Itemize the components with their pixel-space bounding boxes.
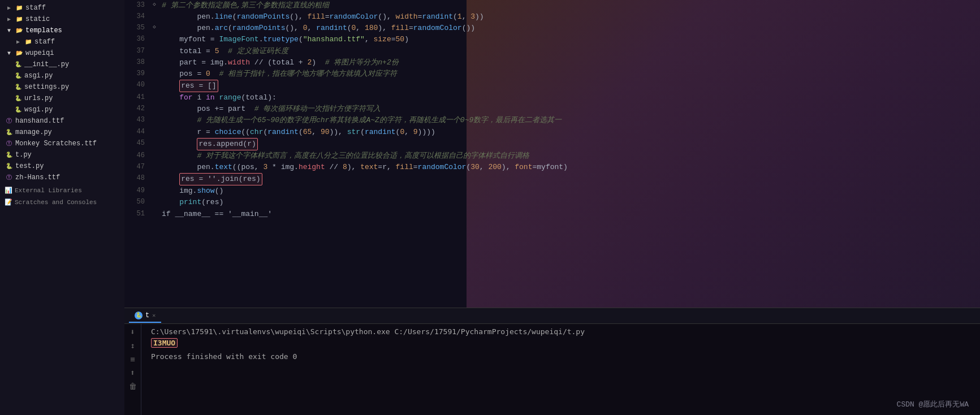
highlighted-code: res.append(r) bbox=[197, 138, 257, 150]
line-gutter bbox=[149, 34, 159, 45]
code-line-39: 39 pos = 0 # 相当于指针，指在哪个地方哪个地方就填入对应字符 bbox=[124, 68, 980, 80]
terminal-content[interactable]: ⬇ ↕ ≡ ⬆ 🗑 C:\Users\17591\.virtualenvs\wu… bbox=[124, 324, 980, 415]
terminal-panel: 🐍 t ✕ ⬇ ↕ ≡ ⬆ 🗑 C:\Users\17591\.virtuale… bbox=[124, 308, 980, 415]
code-token: ( bbox=[347, 24, 352, 32]
code-token: 1 bbox=[457, 12, 462, 21]
code-token: total = bbox=[162, 47, 215, 55]
sidebar-item-staff[interactable]: ▶ 📁 staff bbox=[0, 2, 124, 14]
code-token: =myfont) bbox=[532, 163, 567, 171]
code-token: ), bbox=[378, 24, 391, 32]
code-token: print bbox=[179, 198, 201, 206]
chevron-right-icon: ▶ bbox=[5, 3, 14, 12]
sidebar-item-t-py[interactable]: 🐍 t.py bbox=[0, 149, 124, 161]
code-token: ((pos, bbox=[232, 163, 264, 171]
sidebar-item-wsgi-py[interactable]: 🐍 wsgi.py bbox=[0, 104, 124, 115]
sidebar-scratches[interactable]: 📝 Scratches and Consoles bbox=[0, 195, 124, 207]
code-token: text bbox=[360, 163, 378, 171]
code-token: 8 bbox=[343, 163, 347, 171]
code-content: # 第二个参数指定颜色,第三个参数指定直线的粗细 bbox=[159, 0, 980, 11]
line-gutter: ◇ bbox=[149, 0, 159, 11]
sidebar-item-static[interactable]: ▶ 📁 static bbox=[0, 14, 124, 25]
line-number: 38 bbox=[124, 57, 149, 68]
line-gutter bbox=[149, 57, 159, 68]
sidebar-item-hanshand-ttf[interactable]: Ⓣ hanshand.ttf bbox=[0, 115, 124, 127]
line-number: 48 bbox=[124, 173, 149, 185]
code-scroll[interactable]: 33 ◇ # 第二个参数指定颜色,第三个参数指定直线的粗细 34 pen.lin… bbox=[124, 0, 980, 308]
code-token: (), bbox=[290, 12, 307, 21]
code-line-42: 42 pos += part # 每次循环移动一次指针方便字符写入 bbox=[124, 103, 980, 115]
python-file-icon: 🐍 bbox=[14, 105, 23, 114]
code-content: pen.line(randomPoints(), fill=randomColo… bbox=[159, 11, 980, 23]
code-token bbox=[162, 93, 179, 102]
sidebar-item-settings-py[interactable]: 🐍 settings.py bbox=[0, 81, 124, 93]
line-gutter bbox=[149, 127, 159, 138]
line-number: 33 bbox=[124, 0, 149, 11]
code-content: res = [] bbox=[159, 80, 980, 92]
sidebar-label: zh-Hans.ttf bbox=[15, 174, 60, 181]
code-token: ( bbox=[299, 35, 303, 44]
csdn-watermark: CSDN @愿此后再无WA bbox=[897, 399, 969, 409]
line-gutter bbox=[149, 80, 159, 92]
sidebar-item-staff-sub[interactable]: ▶ 📁 staff bbox=[0, 36, 124, 47]
code-token: 0 bbox=[206, 70, 210, 78]
code-token: = bbox=[409, 24, 413, 32]
code-content: pen.arc(randomPoints(), 0, randint(0, 18… bbox=[159, 23, 980, 34]
code-token: 30 bbox=[470, 163, 480, 171]
terminal-tab-t[interactable]: 🐍 t ✕ bbox=[129, 309, 161, 323]
python-file-icon: 🐍 bbox=[14, 60, 23, 69]
code-token: height bbox=[299, 163, 325, 171]
code-content: res.append(r) bbox=[159, 138, 980, 150]
sidebar-item-init-py[interactable]: 🐍 __init__.py bbox=[0, 59, 124, 70]
code-token: (total): bbox=[241, 93, 276, 102]
code-line-38: 38 part = img.width // (total + 2) # 将图片… bbox=[124, 57, 980, 68]
code-token: , bbox=[404, 128, 413, 136]
code-content: myfont = ImageFont.truetype("hanshand.tt… bbox=[159, 34, 980, 45]
code-token: 200 bbox=[488, 163, 501, 171]
code-content: if __name__ == '__main__' bbox=[159, 209, 980, 220]
code-token: line bbox=[215, 12, 232, 21]
line-number: 39 bbox=[124, 68, 149, 80]
code-token: img. bbox=[162, 187, 197, 195]
terminal-list-icon: ≡ bbox=[130, 355, 135, 364]
font-file-icon: Ⓣ bbox=[5, 139, 14, 148]
sidebar-external-libraries[interactable]: 📊 External Libraries bbox=[0, 183, 124, 195]
terminal-command: C:\Users\17591\.virtualenvs\wupeiqi\Scri… bbox=[151, 327, 585, 336]
terminal-tabs: 🐍 t ✕ bbox=[124, 308, 980, 324]
chevron-down-icon: ▼ bbox=[5, 26, 14, 35]
code-token: pos = bbox=[162, 70, 206, 78]
sidebar-item-templates[interactable]: ▼ 📂 templates bbox=[0, 25, 124, 36]
sidebar-item-monkey-ttf[interactable]: Ⓣ Monkey Scratches.ttf bbox=[0, 138, 124, 149]
code-token: fill bbox=[396, 163, 413, 171]
sidebar-item-zh-hans-ttf[interactable]: Ⓣ zh-Hans.ttf bbox=[0, 172, 124, 183]
line-number: 47 bbox=[124, 162, 149, 173]
code-line-37: 37 total = 5 # 定义验证码长度 bbox=[124, 46, 980, 57]
terminal-finish-text: Process finished with exit code 0 bbox=[151, 352, 297, 361]
line-number: 35 bbox=[124, 23, 149, 34]
code-token: pen. bbox=[162, 12, 215, 21]
terminal-output-line: I3MUO bbox=[151, 338, 973, 348]
code-token: randomPoints bbox=[232, 24, 286, 32]
sidebar-item-manage-py[interactable]: 🐍 manage.py bbox=[0, 127, 124, 138]
sidebar-item-wupeiqi[interactable]: ▼ 📂 wupeiqi bbox=[0, 47, 124, 59]
line-gutter bbox=[149, 185, 159, 197]
tab-close-button[interactable]: ✕ bbox=[152, 312, 156, 319]
code-token: (), bbox=[378, 12, 395, 21]
code-token: truetype bbox=[263, 35, 298, 44]
code-token: show bbox=[197, 187, 214, 195]
line-gutter bbox=[149, 150, 159, 162]
sidebar-item-test-py[interactable]: 🐍 test.py bbox=[0, 161, 124, 172]
code-token: "hanshand.ttf" bbox=[303, 35, 365, 44]
sidebar-label: test.py bbox=[15, 162, 44, 170]
code-token: 180 bbox=[365, 24, 378, 32]
sidebar: ▶ 📁 staff ▶ 📁 static ▼ 📂 templates ▶ 📁 s… bbox=[0, 0, 124, 415]
code-token: width bbox=[228, 58, 250, 67]
code-token: myfont = bbox=[162, 35, 219, 44]
code-token: ), bbox=[502, 163, 515, 171]
font-file-icon: Ⓣ bbox=[5, 116, 14, 126]
sidebar-item-urls-py[interactable]: 🐍 urls.py bbox=[0, 93, 124, 104]
sidebar-item-asgi-py[interactable]: 🐍 asgi.py bbox=[0, 70, 124, 81]
code-token: str bbox=[347, 128, 360, 136]
python-file-icon: 🐍 bbox=[14, 94, 23, 103]
code-token: pen. bbox=[162, 163, 215, 171]
code-token: (( bbox=[241, 128, 250, 136]
